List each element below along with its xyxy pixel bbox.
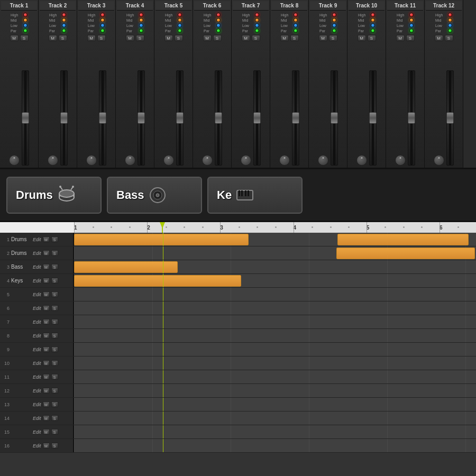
seq-mute-btn-13[interactable]: M <box>43 401 50 407</box>
instrument-btn-1[interactable]: Drums <box>6 177 102 214</box>
fader-handle-8[interactable] <box>292 112 299 124</box>
seq-clip-1-1[interactable] <box>337 234 469 245</box>
solo-btn-3[interactable]: S <box>97 35 106 41</box>
seq-content-5[interactable] <box>74 288 476 301</box>
pan-knob-4[interactable] <box>125 155 135 166</box>
seq-solo-btn-8[interactable]: S <box>51 333 58 338</box>
seq-mute-btn-8[interactable]: M <box>43 333 50 338</box>
solo-btn-9[interactable]: S <box>329 35 337 41</box>
fader-handle-4[interactable] <box>138 112 145 124</box>
fader-handle-7[interactable] <box>253 112 261 124</box>
seq-edit-btn-10[interactable]: Edit <box>33 361 41 366</box>
pan-knob-5[interactable] <box>163 155 174 166</box>
seq-edit-btn-12[interactable]: Edit <box>33 388 41 393</box>
seq-clip-4-0[interactable] <box>74 275 241 287</box>
seq-edit-btn-14[interactable]: Edit <box>33 416 41 421</box>
seq-solo-btn-5[interactable]: S <box>51 291 58 297</box>
seq-solo-btn-15[interactable]: S <box>51 429 58 435</box>
mute-btn-12[interactable]: M <box>435 35 443 41</box>
pan-knob-8[interactable] <box>279 155 290 166</box>
seq-content-15[interactable] <box>74 425 476 438</box>
solo-btn-8[interactable]: S <box>290 35 299 41</box>
seq-edit-btn-3[interactable]: Edit <box>33 264 41 270</box>
seq-content-3[interactable] <box>74 260 476 273</box>
fader-handle-9[interactable] <box>331 112 338 124</box>
seq-solo-btn-6[interactable]: S <box>51 305 58 311</box>
mute-btn-10[interactable]: M <box>358 35 366 41</box>
fader-handle-5[interactable] <box>176 112 184 124</box>
seq-content-9[interactable] <box>74 343 476 356</box>
solo-btn-4[interactable]: S <box>136 35 144 41</box>
seq-solo-btn-3[interactable]: S <box>51 264 58 270</box>
seq-mute-btn-3[interactable]: M <box>43 264 50 270</box>
seq-mute-btn-1[interactable]: M <box>43 236 50 242</box>
seq-clip-2-0[interactable] <box>336 248 475 259</box>
seq-content-4[interactable] <box>74 274 476 287</box>
seq-edit-btn-2[interactable]: Edit <box>33 251 41 256</box>
seq-content-2[interactable] <box>74 246 476 260</box>
mute-btn-3[interactable]: M <box>87 35 96 41</box>
solo-btn-7[interactable]: S <box>252 35 260 41</box>
seq-edit-btn-11[interactable]: Edit <box>33 374 41 380</box>
seq-clip-3-0[interactable] <box>74 261 178 273</box>
solo-btn-5[interactable]: S <box>175 35 183 41</box>
seq-content-14[interactable] <box>74 411 476 425</box>
seq-solo-btn-16[interactable]: S <box>51 443 58 448</box>
seq-mute-btn-11[interactable]: M <box>43 374 50 380</box>
seq-solo-btn-2[interactable]: S <box>51 250 58 256</box>
mute-btn-9[interactable]: M <box>319 35 327 41</box>
seq-solo-btn-11[interactable]: S <box>51 374 58 380</box>
mute-btn-7[interactable]: M <box>242 35 250 41</box>
seq-solo-btn-7[interactable]: S <box>51 319 58 325</box>
seq-edit-btn-6[interactable]: Edit <box>33 306 41 311</box>
seq-content-12[interactable] <box>74 384 476 397</box>
pan-knob-10[interactable] <box>356 155 367 166</box>
fader-handle-6[interactable] <box>215 112 222 124</box>
seq-solo-btn-9[interactable]: S <box>51 346 58 352</box>
solo-btn-10[interactable]: S <box>368 35 376 41</box>
seq-edit-btn-4[interactable]: Edit <box>33 278 41 283</box>
fader-handle-2[interactable] <box>60 112 68 124</box>
solo-btn-12[interactable]: S <box>445 35 453 41</box>
pan-knob-6[interactable] <box>202 155 213 166</box>
pan-knob-9[interactable] <box>318 155 328 166</box>
seq-solo-btn-1[interactable]: S <box>51 236 58 242</box>
seq-mute-btn-7[interactable]: M <box>43 319 50 325</box>
fader-handle-1[interactable] <box>22 112 29 124</box>
seq-mute-btn-15[interactable]: M <box>43 429 50 435</box>
seq-mute-btn-2[interactable]: M <box>43 250 50 256</box>
seq-mute-btn-16[interactable]: M <box>43 443 50 448</box>
fader-handle-3[interactable] <box>99 112 106 124</box>
mute-btn-4[interactable]: M <box>126 35 134 41</box>
seq-mute-btn-12[interactable]: M <box>43 388 50 393</box>
seq-content-6[interactable] <box>74 301 476 315</box>
seq-mute-btn-14[interactable]: M <box>43 415 50 421</box>
solo-btn-6[interactable]: S <box>213 35 222 41</box>
seq-content-7[interactable] <box>74 315 476 328</box>
seq-edit-btn-9[interactable]: Edit <box>33 347 41 352</box>
pan-knob-3[interactable] <box>86 155 97 166</box>
solo-btn-1[interactable]: S <box>20 35 29 41</box>
pan-knob-1[interactable] <box>9 155 20 166</box>
seq-edit-btn-1[interactable]: Edit <box>33 237 41 242</box>
mute-btn-6[interactable]: M <box>203 35 212 41</box>
seq-mute-btn-5[interactable]: M <box>43 291 50 297</box>
seq-solo-btn-13[interactable]: S <box>51 401 58 407</box>
seq-edit-btn-16[interactable]: Edit <box>33 443 41 448</box>
mute-btn-1[interactable]: M <box>10 35 19 41</box>
seq-edit-btn-7[interactable]: Edit <box>33 319 41 325</box>
instrument-btn-3[interactable]: Ke <box>207 177 303 214</box>
seq-edit-btn-8[interactable]: Edit <box>33 333 41 338</box>
seq-mute-btn-9[interactable]: M <box>43 346 50 352</box>
seq-content-16[interactable] <box>74 439 476 452</box>
mute-btn-11[interactable]: M <box>396 35 405 41</box>
seq-content-13[interactable] <box>74 398 476 411</box>
seq-solo-btn-10[interactable]: S <box>51 360 58 366</box>
pan-knob-12[interactable] <box>434 155 444 166</box>
fader-handle-12[interactable] <box>446 112 454 124</box>
seq-mute-btn-6[interactable]: M <box>43 305 50 311</box>
mute-btn-8[interactable]: M <box>280 35 289 41</box>
seq-mute-btn-10[interactable]: M <box>43 360 50 366</box>
seq-solo-btn-12[interactable]: S <box>51 388 58 393</box>
instrument-btn-2[interactable]: Bass <box>107 177 202 214</box>
